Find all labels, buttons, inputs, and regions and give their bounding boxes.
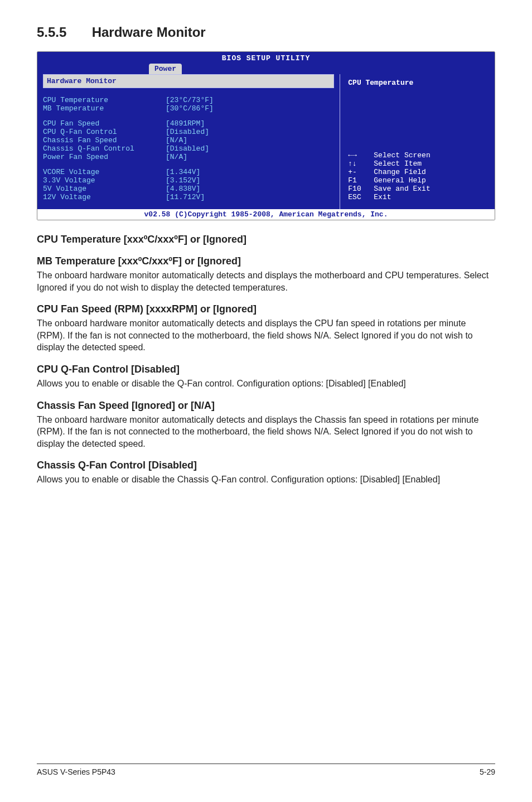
- nav-row: F1General Help: [348, 176, 487, 185]
- label: CPU Temperature: [43, 96, 166, 104]
- value: [4.838V]: [166, 185, 200, 193]
- row-cpu-fan-speed[interactable]: CPU Fan Speed [4891RPM]: [43, 119, 334, 128]
- paragraph: The onboard hardware monitor automatical…: [37, 414, 495, 450]
- value: [Disabled]: [166, 128, 209, 136]
- nav-key: F10: [348, 185, 374, 193]
- footer-left: ASUS V-Series P5P43: [37, 767, 115, 776]
- label: MB Temperature: [43, 104, 166, 113]
- bios-window: BIOS SETUP UTILITY Power Hardware Monito…: [37, 51, 495, 220]
- row-3v3[interactable]: 3.3V Voltage [3.152V]: [43, 176, 334, 185]
- value: [N/A]: [166, 153, 187, 161]
- arrow-left-right-icon: [348, 151, 374, 160]
- nav-text: Change Field: [374, 168, 426, 176]
- value: [Disabled]: [166, 144, 209, 153]
- label: Power Fan Speed: [43, 153, 166, 161]
- subheading: CPU Q-Fan Control [Disabled]: [37, 364, 495, 375]
- bios-tab-row: Power: [37, 64, 495, 74]
- bios-right-panel: CPU Temperature Select Screen Select Ite…: [340, 74, 495, 209]
- value: [1.344V]: [166, 168, 200, 176]
- bios-help-title: CPU Temperature: [348, 79, 487, 87]
- paragraph: The onboard hardware monitor automatical…: [37, 269, 495, 293]
- row-mb-temp[interactable]: MB Temperature [30°C/86°F]: [43, 104, 334, 113]
- page-title: 5.5.5 Hardware Monitor: [37, 25, 495, 40]
- value: [11.712V]: [166, 193, 205, 201]
- value: [30°C/86°F]: [166, 104, 214, 113]
- arrow-up-down-icon: [348, 160, 374, 168]
- nav-text: Save and Exit: [374, 185, 430, 193]
- nav-text: General Help: [374, 176, 426, 185]
- value: [N/A]: [166, 136, 187, 144]
- bios-left-panel: Hardware Monitor CPU Temperature [23°C/7…: [37, 74, 340, 209]
- nav-text: Select Screen: [374, 151, 430, 160]
- bios-panel-header: Hardware Monitor: [43, 74, 334, 88]
- nav-text: Select Item: [374, 160, 422, 168]
- label: CPU Fan Speed: [43, 119, 166, 128]
- value: [3.152V]: [166, 176, 200, 185]
- nav-row: Select Item: [348, 160, 487, 168]
- label: CPU Q-Fan Control: [43, 128, 166, 136]
- subheading: CPU Fan Speed (RPM) [xxxxRPM] or [Ignore…: [37, 303, 495, 315]
- bios-nav: Select Screen Select Item +-Change Field…: [348, 151, 487, 201]
- row-cpu-qfan[interactable]: CPU Q-Fan Control [Disabled]: [43, 128, 334, 136]
- row-12v[interactable]: 12V Voltage [11.712V]: [43, 193, 334, 201]
- nav-key: ESC: [348, 193, 374, 201]
- subheading: CPU Temperature [xxxºC/xxxºF] or [Ignore…: [37, 234, 495, 245]
- nav-row: F10Save and Exit: [348, 185, 487, 193]
- nav-row: +-Change Field: [348, 168, 487, 176]
- row-vcore[interactable]: VCORE Voltage [1.344V]: [43, 168, 334, 176]
- row-chassis-qfan[interactable]: Chassis Q-Fan Control [Disabled]: [43, 144, 334, 153]
- row-cpu-temp[interactable]: CPU Temperature [23°C/73°F]: [43, 96, 334, 104]
- bios-title: BIOS SETUP UTILITY: [37, 52, 495, 64]
- label: 3.3V Voltage: [43, 176, 166, 185]
- value: [23°C/73°F]: [166, 96, 214, 104]
- paragraph: The onboard hardware monitor automatical…: [37, 317, 495, 354]
- subheading: Chassis Q-Fan Control [Disabled]: [37, 460, 495, 471]
- label: 5V Voltage: [43, 185, 166, 193]
- row-power-fan-speed[interactable]: Power Fan Speed [N/A]: [43, 153, 334, 161]
- subheading: Chassis Fan Speed [Ignored] or [N/A]: [37, 400, 495, 412]
- section-heading: Hardware Monitor: [92, 25, 206, 40]
- page-footer: ASUS V-Series P5P43 5-29: [37, 764, 495, 776]
- nav-text: Exit: [374, 193, 391, 201]
- label: Chassis Fan Speed: [43, 136, 166, 144]
- row-chassis-fan-speed[interactable]: Chassis Fan Speed [N/A]: [43, 136, 334, 144]
- bios-copyright: v02.58 (C)Copyright 1985-2008, American …: [37, 209, 495, 220]
- label: VCORE Voltage: [43, 168, 166, 176]
- row-5v[interactable]: 5V Voltage [4.838V]: [43, 185, 334, 193]
- subheading: MB Temperature [xxxºC/xxxºF] or [Ignored…: [37, 255, 495, 267]
- label: Chassis Q-Fan Control: [43, 144, 166, 153]
- label: 12V Voltage: [43, 193, 166, 201]
- nav-key: +-: [348, 168, 374, 176]
- nav-row: Select Screen: [348, 151, 487, 160]
- paragraph: Allows you to enable or disable the Chas…: [37, 474, 495, 486]
- nav-key: F1: [348, 176, 374, 185]
- footer-right: 5-29: [480, 767, 495, 776]
- tab-power[interactable]: Power: [149, 64, 182, 74]
- section-number: 5.5.5: [37, 25, 88, 40]
- nav-row: ESCExit: [348, 193, 487, 201]
- value: [4891RPM]: [166, 119, 205, 128]
- paragraph: Allows you to enable or disable the Q-Fa…: [37, 378, 495, 390]
